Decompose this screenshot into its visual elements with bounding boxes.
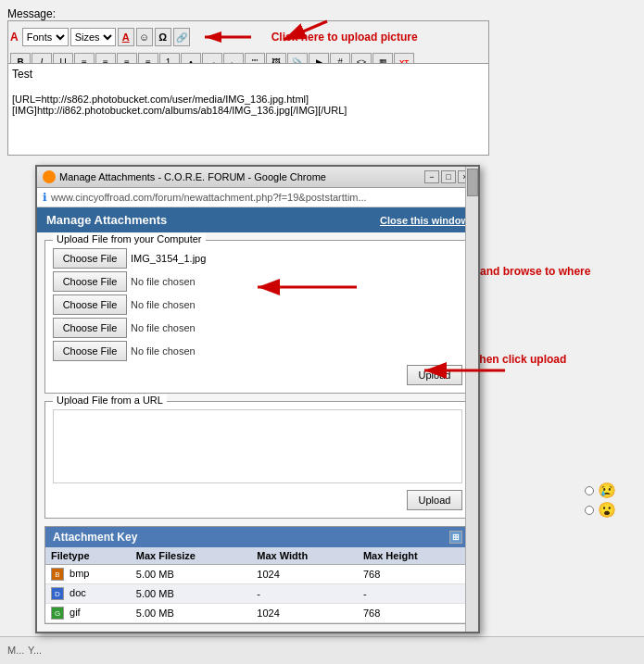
emoji-radio-2[interactable] bbox=[585, 506, 594, 515]
modal-address-text: www.cincyoffroad.com/forum/newattachment… bbox=[51, 192, 367, 203]
close-window-link[interactable]: Close this window bbox=[380, 215, 469, 226]
bottom-label: M... bbox=[7, 645, 24, 656]
modal-header: Manage Attachments Close this window bbox=[37, 207, 478, 232]
gif-icon: G bbox=[51, 607, 64, 620]
emoji-surprised: 😮 bbox=[598, 501, 616, 519]
choose-file-btn-2[interactable]: Choose File bbox=[53, 271, 127, 292]
file-name-4: No file chosen bbox=[131, 322, 223, 333]
col-filetype: Filetype bbox=[45, 547, 131, 565]
file-name-1: IMG_3154_1.jpg bbox=[131, 253, 206, 264]
cell-height-gif: 768 bbox=[358, 604, 470, 623]
col-max-filesize: Max Filesize bbox=[131, 547, 252, 565]
modal-scrollbar[interactable] bbox=[465, 167, 478, 632]
upload-computer-section: Upload File from your Computer Choose Fi… bbox=[44, 240, 471, 394]
manage-attachments-modal: Manage Attachments - C.O.R.E. FORUM - Go… bbox=[35, 165, 480, 633]
bmp-icon: B bbox=[51, 568, 64, 581]
modal-titlebar-left: Manage Attachments - C.O.R.E. FORUM - Go… bbox=[43, 170, 326, 183]
col-max-height: Max Height bbox=[358, 547, 470, 565]
upload-url-section: Upload File from a URL Upload bbox=[44, 401, 471, 519]
cell-size-doc: 5.00 MB bbox=[131, 584, 252, 604]
upload-arrow-annotation bbox=[417, 359, 510, 382]
file-row-1: Choose File IMG_3154_1.jpg bbox=[53, 248, 462, 269]
message-text-area[interactable]: Test [URL=http://s862.photobucket.com/us… bbox=[7, 63, 489, 156]
text-line4: [IMG]http://i862.photobucket.com/albums/… bbox=[12, 105, 485, 116]
file-name-2: No file chosen bbox=[131, 276, 223, 287]
toolbar-arrow-annotation bbox=[276, 14, 332, 51]
cell-width-bmp: 1024 bbox=[251, 565, 358, 584]
modal-title-text: Manage Attachments - C.O.R.E. FORUM - Go… bbox=[59, 171, 326, 182]
modal-scrollbar-thumb bbox=[467, 169, 478, 196]
cell-filetype-bmp: B bmp bbox=[45, 565, 131, 584]
attachment-key-section: Attachment Key ⊞ Filetype Max Filesize M… bbox=[44, 526, 471, 624]
info-icon: ℹ bbox=[43, 191, 47, 204]
cell-filetype-gif: G gif bbox=[45, 604, 131, 623]
file-row-4: Choose File No file chosen bbox=[53, 318, 462, 338]
bottom-bar: M... Y... bbox=[0, 636, 644, 664]
choose-file-btn-4[interactable]: Choose File bbox=[53, 318, 127, 338]
bottom-label2: Y... bbox=[28, 645, 42, 656]
attachment-key-header: Attachment Key ⊞ bbox=[45, 527, 470, 547]
font-icon: A bbox=[10, 31, 19, 44]
emoji-area: 😢 😮 bbox=[585, 482, 616, 519]
choose-file-btn-5[interactable]: Choose File bbox=[53, 341, 127, 361]
link-btn[interactable]: 🔗 bbox=[173, 28, 190, 46]
table-header-row: Filetype Max Filesize Max Width Max Heig… bbox=[45, 547, 470, 565]
cell-width-gif: 1024 bbox=[251, 604, 358, 623]
table-row: D doc 5.00 MB - - bbox=[45, 584, 470, 604]
cell-height-doc: - bbox=[358, 584, 470, 604]
file-name-5: No file chosen bbox=[131, 345, 223, 357]
doc-icon: D bbox=[51, 587, 64, 600]
upload-btn-row-computer: Upload bbox=[53, 365, 462, 385]
upload-btn-row-url: Upload bbox=[53, 490, 462, 510]
upload-url-btn[interactable]: Upload bbox=[407, 490, 462, 510]
modal-maximize-btn[interactable]: □ bbox=[441, 170, 456, 183]
modal-addressbar: ℹ www.cincyoffroad.com/forum/newattachme… bbox=[37, 188, 478, 207]
text-line3: [URL=http://s862.photobucket.com/user/me… bbox=[12, 94, 485, 105]
cell-width-doc: - bbox=[251, 584, 358, 604]
attachment-key-title: Attachment Key bbox=[53, 531, 137, 544]
emoji-btn[interactable]: ☺ bbox=[136, 28, 153, 46]
cell-height-bmp: 768 bbox=[358, 565, 470, 584]
choose-file-btn-1[interactable]: Choose File bbox=[53, 248, 127, 269]
file-name-3: No file chosen bbox=[131, 299, 223, 310]
special-char-btn[interactable]: Ω bbox=[155, 28, 171, 46]
sizes-select[interactable]: Sizes bbox=[70, 28, 116, 46]
table-row: G gif 5.00 MB 1024 768 bbox=[45, 604, 470, 623]
svg-line-3 bbox=[284, 21, 327, 40]
cell-filetype-doc: D doc bbox=[45, 584, 131, 604]
upload-computer-legend: Upload File from your Computer bbox=[53, 233, 206, 244]
upload-arrow-svg bbox=[196, 23, 270, 51]
emoji-sad: 😢 bbox=[598, 482, 616, 499]
emoji-row-2: 😮 bbox=[585, 501, 616, 519]
browse-arrow-annotation bbox=[250, 273, 361, 301]
cell-size-gif: 5.00 MB bbox=[131, 604, 252, 623]
col-max-width: Max Width bbox=[251, 547, 358, 565]
modal-titlebar: Manage Attachments - C.O.R.E. FORUM - Go… bbox=[37, 167, 478, 188]
font-color-btn[interactable]: A bbox=[118, 28, 134, 46]
emoji-radio-1[interactable] bbox=[585, 486, 594, 495]
choose-file-btn-3[interactable]: Choose File bbox=[53, 294, 127, 315]
text-line1: Test bbox=[12, 68, 485, 81]
cell-size-bmp: 5.00 MB bbox=[131, 565, 252, 584]
main-editor-area: Message: A Fonts Sizes A ☺ Ω 🔗 bbox=[0, 0, 644, 664]
attachment-key-icon: ⊞ bbox=[449, 531, 462, 544]
url-textarea[interactable] bbox=[53, 409, 462, 483]
emoji-row-1: 😢 bbox=[585, 482, 616, 499]
fonts-select[interactable]: Fonts bbox=[22, 28, 69, 46]
upload-url-legend: Upload File from a URL bbox=[53, 395, 167, 406]
modal-header-title: Manage Attachments bbox=[46, 213, 167, 227]
message-label: Message: bbox=[7, 7, 56, 20]
file-row-5: Choose File No file chosen bbox=[53, 341, 462, 361]
table-row: B bmp 5.00 MB 1024 768 bbox=[45, 565, 470, 584]
attachment-table: Filetype Max Filesize Max Width Max Heig… bbox=[45, 547, 470, 623]
modal-minimize-btn[interactable]: − bbox=[424, 170, 439, 183]
browser-icon bbox=[43, 170, 56, 183]
